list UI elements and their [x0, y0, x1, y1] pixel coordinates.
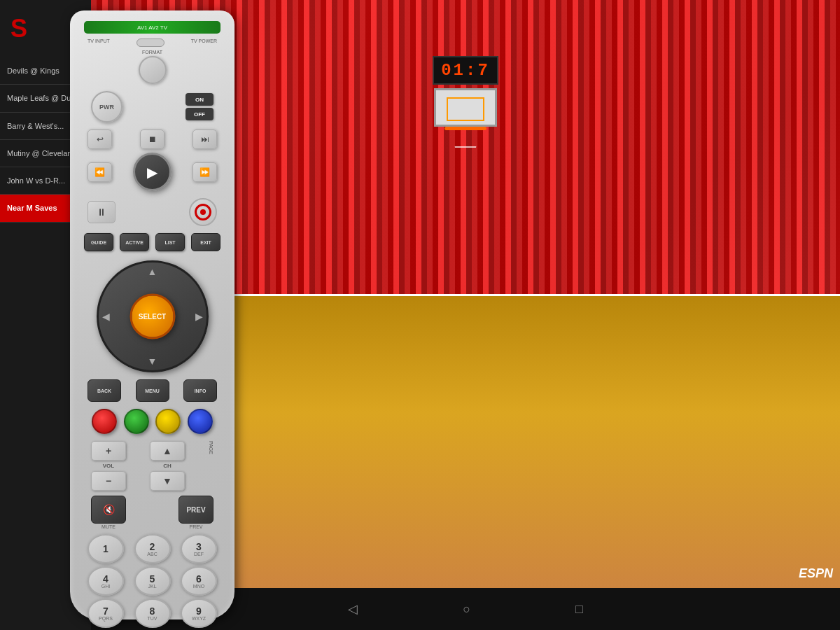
mute-label: MUTE [102, 524, 115, 529]
num-7-button[interactable]: 7 PQRS [88, 598, 124, 628]
num-7-main: 7 [103, 606, 108, 616]
num-6-button[interactable]: 6 MNO [181, 566, 217, 596]
tv-input-label: TV INPUT [88, 38, 110, 47]
record-button[interactable] [189, 198, 217, 226]
num-6-main: 6 [196, 574, 202, 584]
mute-column: 🔇 MUTE [91, 496, 126, 529]
color-buttons-row [77, 405, 227, 438]
page-label: PAGE [209, 441, 214, 454]
num-4-sub: GHI [102, 584, 110, 589]
remote-control: AV1 AV2 TV TV INPUT TV POWER FORMAT PWR … [70, 10, 234, 620]
list-button[interactable]: LIST [155, 233, 185, 251]
prev-column: PREV PREV [178, 496, 214, 529]
stop-button[interactable]: ⏹ [140, 130, 164, 149]
transport-row-1: ↩ ⏹ ⏭ [88, 130, 217, 149]
num-5-button[interactable]: 5 JKL [134, 566, 171, 596]
exit-button[interactable]: EXIT [191, 233, 220, 251]
volume-up-button[interactable]: + [91, 441, 126, 461]
red-button[interactable] [92, 409, 117, 434]
scoreboard-area: 01:7 [424, 56, 507, 148]
back-menu-info-row: BACK MENU INFO [77, 376, 227, 405]
prev-label: PREV [189, 524, 202, 529]
info-button[interactable]: INFO [183, 379, 217, 402]
on-button[interactable]: ON [186, 93, 214, 106]
menu-button[interactable]: MENU [136, 379, 169, 402]
back-button[interactable]: BACK [88, 379, 121, 402]
record-inner [195, 204, 211, 220]
num-3-main: 3 [196, 542, 202, 552]
play-button[interactable]: ▶ [133, 153, 172, 191]
transport-row-2: ⏪ ▶ ⏩ [88, 153, 217, 191]
backboard [434, 88, 497, 127]
dpad-right-button[interactable]: ▶ [195, 311, 203, 322]
num-8-main: 8 [150, 606, 155, 616]
num-9-sub: WXYZ [192, 616, 206, 621]
pwr-button[interactable]: PWR [91, 91, 122, 122]
pause-button[interactable]: ⏸ [88, 201, 115, 223]
num-8-button[interactable]: 8 TUV [134, 598, 171, 628]
yellow-button[interactable] [155, 409, 181, 434]
fast-rewind-button[interactable]: ⏪ [88, 162, 112, 182]
transport-section: ↩ ⏹ ⏭ ⏪ ▶ ⏩ [77, 126, 227, 198]
power-row: PWR ON OFF [77, 88, 227, 126]
pause-record-section: ⏸ [77, 198, 227, 226]
num-1-button[interactable]: 1 [88, 534, 124, 564]
on-off-column: ON OFF [186, 93, 214, 120]
skip-forward-button[interactable]: ⏭ [192, 130, 217, 149]
remote-top-labels: TV INPUT TV POWER [77, 37, 227, 48]
android-home-button[interactable]: ○ [463, 602, 470, 617]
num-7-sub: PQRS [99, 616, 113, 621]
num-2-sub: ABC [147, 552, 157, 556]
num-4-main: 4 [103, 574, 108, 584]
record-dot [200, 209, 206, 215]
channel-block: ▲ CH ▼ [150, 441, 185, 491]
rim [444, 127, 486, 130]
num-2-button[interactable]: 2 ABC [134, 534, 171, 564]
select-button[interactable]: SELECT [130, 294, 175, 340]
num-3-sub: DEF [194, 552, 204, 556]
remote-top-bar-label: AV1 AV2 TV [137, 24, 167, 31]
num-3-button[interactable]: 3 DEF [181, 534, 217, 564]
green-button[interactable] [124, 409, 149, 434]
num-9-button[interactable]: 9 WXYZ [181, 598, 217, 628]
channel-label: CH [163, 463, 172, 469]
android-recent-button[interactable]: □ [575, 602, 583, 617]
av-toggle-switch[interactable] [136, 38, 164, 47]
scoreboard: 01:7 [433, 56, 498, 85]
num-5-sub: JKL [148, 584, 156, 589]
remote-top-bar: AV1 AV2 TV [84, 21, 220, 34]
volume-block: + VOL − [91, 441, 126, 491]
channel-down-button[interactable]: ▼ [150, 471, 185, 491]
dpad: ▲ ▼ ◀ ▶ SELECT [97, 260, 209, 372]
android-back-button[interactable]: ◁ [348, 601, 358, 617]
format-button[interactable] [139, 56, 167, 84]
dpad-down-button[interactable]: ▼ [148, 356, 158, 367]
active-button[interactable]: ACTIVE [120, 233, 149, 251]
num-2-main: 2 [150, 542, 155, 552]
volume-down-button[interactable]: − [91, 471, 126, 491]
off-button[interactable]: OFF [186, 108, 214, 120]
mute-prev-section: 🔇 MUTE PREV PREV [77, 494, 227, 531]
num-1-main: 1 [103, 544, 108, 554]
num-6-sub: MNO [193, 584, 204, 589]
guide-row: GUIDE ACTIVE LIST EXIT [84, 233, 220, 251]
rewind-button[interactable]: ↩ [88, 130, 112, 149]
format-label: FORMAT [77, 50, 227, 55]
channel-up-button[interactable]: ▲ [150, 441, 185, 461]
num-4-button[interactable]: 4 GHI [88, 566, 124, 596]
num-5-main: 5 [150, 574, 155, 584]
dpad-up-button[interactable]: ▲ [148, 266, 158, 277]
num-9-main: 9 [196, 606, 202, 616]
fast-forward-button[interactable]: ⏩ [192, 162, 217, 182]
dpad-left-button[interactable]: ◀ [102, 311, 110, 322]
mute-button[interactable]: 🔇 [91, 496, 126, 524]
tv-power-label: TV POWER [191, 38, 217, 47]
prev-button[interactable]: PREV [178, 496, 214, 524]
guide-button[interactable]: GUIDE [84, 233, 113, 251]
espn-logo: ESPN [799, 566, 833, 581]
num-8-sub: TUV [148, 616, 158, 621]
net [448, 130, 483, 148]
vol-ch-section: + VOL − ▲ CH ▼ PAGE [77, 438, 227, 494]
blue-button[interactable] [188, 409, 213, 434]
numpad-row-2: 4 GHI 5 JKL 6 MNO [88, 566, 217, 596]
